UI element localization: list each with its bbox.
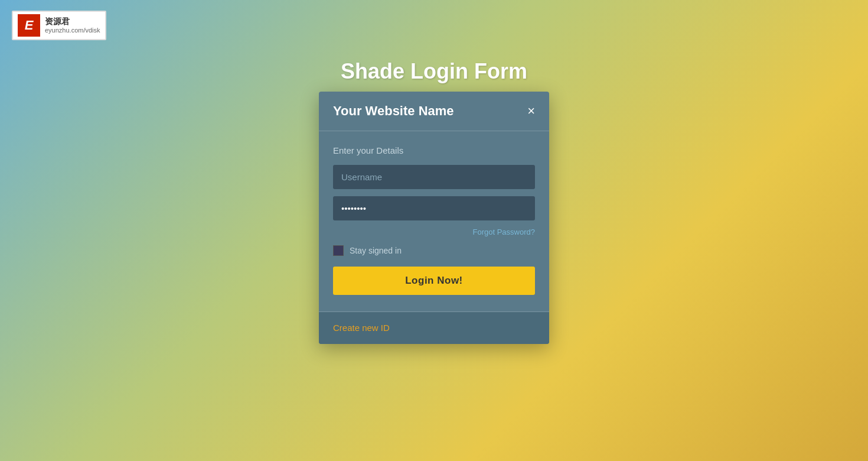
logo-text: 资源君 eyunzhu.com/vdisk xyxy=(45,17,100,34)
password-input[interactable] xyxy=(333,196,535,220)
forgot-password-link[interactable]: Forgot Password? xyxy=(473,228,536,236)
close-button[interactable]: × xyxy=(527,105,535,118)
modal-body: Enter your Details Forgot Password? Stay… xyxy=(319,131,549,312)
logo-sub-text: eyunzhu.com/vdisk xyxy=(45,27,100,34)
stay-signed-label: Stay signed in xyxy=(350,246,402,255)
forgot-password-container: Forgot Password? xyxy=(333,226,535,237)
login-modal: Your Website Name × Enter your Details F… xyxy=(319,92,549,344)
logo-icon: E xyxy=(18,14,40,37)
page-title: Shade Login Form xyxy=(0,59,868,84)
logo: E 资源君 eyunzhu.com/vdisk xyxy=(12,11,106,40)
username-input[interactable] xyxy=(333,165,535,189)
modal-footer: Create new ID xyxy=(319,312,549,344)
stay-signed-checkbox[interactable] xyxy=(333,245,344,256)
login-button[interactable]: Login Now! xyxy=(333,267,535,295)
modal-header: Your Website Name × xyxy=(319,92,549,131)
section-label: Enter your Details xyxy=(333,145,535,155)
create-id-link[interactable]: Create new ID xyxy=(333,323,390,333)
logo-letter: E xyxy=(25,18,34,33)
stay-signed-container: Stay signed in xyxy=(333,245,535,256)
logo-main-text: 资源君 xyxy=(45,17,100,27)
modal-title: Your Website Name xyxy=(333,103,454,119)
